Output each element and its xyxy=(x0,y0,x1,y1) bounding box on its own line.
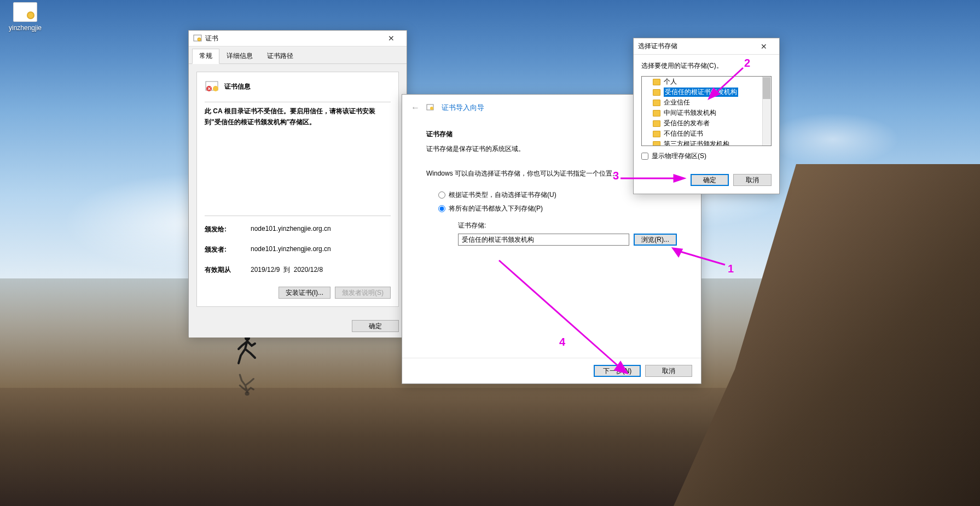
scrollbar-thumb[interactable] xyxy=(763,77,770,99)
annotation-3: 3 xyxy=(613,170,619,182)
radio-auto-label: 根据证书类型，自动选择证书存储(U) xyxy=(449,190,556,200)
store-picker-dialog: 选择证书存储 ✕ 选择要使用的证书存储(C)。 个人 受信任的根证书颁发机构 企… xyxy=(633,38,780,194)
certificate-dialog: 证书 ✕ 常规 详细信息 证书路径 ✕ 证书信息 此 CA 根目录证书不受信任。… xyxy=(188,30,407,336)
svg-point-9 xyxy=(430,107,433,110)
svg-line-16 xyxy=(499,260,619,367)
tab-details[interactable]: 详细信息 xyxy=(219,49,260,63)
svg-text:✕: ✕ xyxy=(207,86,211,91)
svg-point-3 xyxy=(198,38,201,41)
store-picker-instruction: 选择要使用的证书存储(C)。 xyxy=(641,61,772,71)
back-button[interactable]: ← xyxy=(411,103,420,113)
folder-icon xyxy=(653,141,660,147)
store-picker-close-button[interactable]: ✕ xyxy=(753,39,775,54)
arrow-1 xyxy=(673,248,729,270)
issued-by-label: 颁发者: xyxy=(205,245,251,254)
folder-icon xyxy=(653,120,660,127)
issued-by-value: node101.yinzhengjie.org.cn xyxy=(251,245,331,254)
show-physical-checkbox-row[interactable]: 显示物理存储区(S) xyxy=(641,152,772,161)
tree-item-enterprise[interactable]: 企业信任 xyxy=(642,97,771,108)
tab-general[interactable]: 常规 xyxy=(192,49,219,64)
arrow-4 xyxy=(494,255,630,375)
certificate-title: 证书 xyxy=(205,34,218,43)
folder-icon xyxy=(653,89,660,96)
radio-manual-select[interactable]: 将所有的证书都放入下列存储(P) xyxy=(426,202,677,216)
issued-to-label: 颁发给: xyxy=(205,225,251,234)
wizard-icon xyxy=(426,103,435,112)
tree-item-intermediate[interactable]: 中间证书颁发机构 xyxy=(642,108,771,118)
tab-cert-path[interactable]: 证书路径 xyxy=(260,49,300,63)
radio-manual-label: 将所有的证书都放入下列存储(P) xyxy=(449,204,543,213)
svg-marker-13 xyxy=(709,89,719,98)
tree-item-third-party[interactable]: 第三方根证书颁发机构 xyxy=(642,139,771,146)
certificate-file-icon xyxy=(13,2,37,22)
radio-manual-input[interactable] xyxy=(438,205,445,212)
show-physical-checkbox[interactable] xyxy=(641,153,648,160)
radio-auto-input[interactable] xyxy=(438,191,445,199)
folder-icon xyxy=(653,79,660,85)
folder-icon xyxy=(653,110,660,117)
desktop-icon-label: yinzhengjie xyxy=(4,24,46,32)
svg-line-10 xyxy=(679,251,725,265)
issued-to-value: node101.yinzhengjie.org.cn xyxy=(251,225,331,234)
folder-icon xyxy=(653,100,660,106)
issuer-statement-button: 颁发者说明(S) xyxy=(335,287,391,299)
certificate-tabs: 常规 详细信息 证书路径 xyxy=(189,46,407,64)
svg-marker-15 xyxy=(674,175,684,182)
runner-reflection xyxy=(235,373,257,397)
tree-item-trusted-root[interactable]: 受信任的根证书颁发机构 xyxy=(642,87,771,97)
cert-info-header-text: 证书信息 xyxy=(224,82,251,91)
store-field-label: 证书存储: xyxy=(458,221,677,230)
store-picker-title: 选择证书存储 xyxy=(638,42,677,51)
browse-button[interactable]: 浏览(R)... xyxy=(634,234,677,246)
svg-point-7 xyxy=(213,86,218,91)
wizard-cancel-button[interactable]: 取消 xyxy=(645,365,692,377)
close-button[interactable]: ✕ xyxy=(380,31,402,46)
folder-icon xyxy=(653,131,660,137)
store-input[interactable] xyxy=(458,234,629,246)
arrow-3 xyxy=(619,174,685,183)
certificate-icon xyxy=(193,34,202,43)
tree-item-untrusted[interactable]: 不信任的证书 xyxy=(642,129,771,139)
wizard-title: 证书导入向导 xyxy=(442,103,484,113)
picker-ok-button[interactable]: 确定 xyxy=(691,174,729,186)
install-certificate-button[interactable]: 安装证书(I)... xyxy=(279,287,330,299)
runner-silhouette xyxy=(235,334,257,367)
store-tree[interactable]: 个人 受信任的根证书颁发机构 企业信任 中间证书颁发机构 受信任的发布者 不信任… xyxy=(641,76,772,146)
cert-warning-text: 此 CA 根目录证书不受信任。要启用信任，请将该证书安装到"受信任的根证书颁发机… xyxy=(205,106,391,135)
arrow-2 xyxy=(709,67,747,100)
show-physical-label: 显示物理存储区(S) xyxy=(652,152,706,161)
svg-line-12 xyxy=(715,68,743,94)
certificate-ok-button[interactable]: 确定 xyxy=(352,320,399,332)
valid-from-value: 2019/12/9 到 2020/12/8 xyxy=(251,265,323,275)
tree-scrollbar[interactable] xyxy=(762,77,771,146)
tree-item-personal[interactable]: 个人 xyxy=(642,77,771,87)
tree-item-trusted-publishers[interactable]: 受信任的发布者 xyxy=(642,118,771,129)
certificate-tab-body: ✕ 证书信息 此 CA 根目录证书不受信任。要启用信任，请将该证书安装到"受信任… xyxy=(189,64,407,315)
cert-warning-icon: ✕ xyxy=(205,80,220,93)
svg-marker-11 xyxy=(673,248,682,256)
certificate-panel: ✕ 证书信息 此 CA 根目录证书不受信任。要启用信任，请将该证书安装到"受信任… xyxy=(196,72,399,307)
picker-cancel-button[interactable]: 取消 xyxy=(733,174,772,186)
valid-from-label: 有效期从 xyxy=(205,265,251,275)
certificate-titlebar[interactable]: 证书 ✕ xyxy=(189,31,407,46)
desktop-icon-certificate[interactable]: yinzhengjie xyxy=(4,2,46,32)
store-picker-titlebar[interactable]: 选择证书存储 ✕ xyxy=(634,38,779,55)
